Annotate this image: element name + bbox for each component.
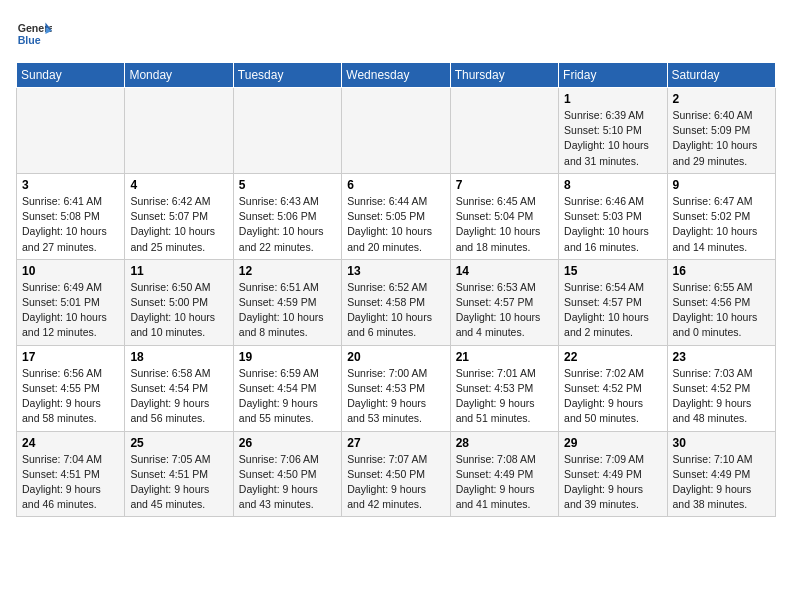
calendar-cell: 27Sunrise: 7:07 AM Sunset: 4:50 PM Dayli…: [342, 431, 450, 517]
day-info: Sunrise: 7:03 AM Sunset: 4:52 PM Dayligh…: [673, 366, 770, 427]
calendar-cell: 4Sunrise: 6:42 AM Sunset: 5:07 PM Daylig…: [125, 173, 233, 259]
calendar-cell: 15Sunrise: 6:54 AM Sunset: 4:57 PM Dayli…: [559, 259, 667, 345]
day-number: 7: [456, 178, 553, 192]
weekday-header-friday: Friday: [559, 63, 667, 88]
day-info: Sunrise: 7:02 AM Sunset: 4:52 PM Dayligh…: [564, 366, 661, 427]
day-info: Sunrise: 6:47 AM Sunset: 5:02 PM Dayligh…: [673, 194, 770, 255]
day-number: 2: [673, 92, 770, 106]
day-info: Sunrise: 6:44 AM Sunset: 5:05 PM Dayligh…: [347, 194, 444, 255]
calendar-cell: 23Sunrise: 7:03 AM Sunset: 4:52 PM Dayli…: [667, 345, 775, 431]
calendar-cell: [233, 88, 341, 174]
weekday-header-thursday: Thursday: [450, 63, 558, 88]
calendar-cell: 21Sunrise: 7:01 AM Sunset: 4:53 PM Dayli…: [450, 345, 558, 431]
day-number: 26: [239, 436, 336, 450]
calendar-cell: 5Sunrise: 6:43 AM Sunset: 5:06 PM Daylig…: [233, 173, 341, 259]
day-number: 27: [347, 436, 444, 450]
day-info: Sunrise: 7:09 AM Sunset: 4:49 PM Dayligh…: [564, 452, 661, 513]
day-number: 29: [564, 436, 661, 450]
day-number: 3: [22, 178, 119, 192]
calendar-cell: [342, 88, 450, 174]
weekday-row: SundayMondayTuesdayWednesdayThursdayFrid…: [17, 63, 776, 88]
calendar-cell: 2Sunrise: 6:40 AM Sunset: 5:09 PM Daylig…: [667, 88, 775, 174]
day-info: Sunrise: 6:53 AM Sunset: 4:57 PM Dayligh…: [456, 280, 553, 341]
calendar-cell: 3Sunrise: 6:41 AM Sunset: 5:08 PM Daylig…: [17, 173, 125, 259]
day-number: 22: [564, 350, 661, 364]
weekday-header-tuesday: Tuesday: [233, 63, 341, 88]
page-header: General Blue: [16, 16, 776, 52]
weekday-header-wednesday: Wednesday: [342, 63, 450, 88]
calendar-cell: 26Sunrise: 7:06 AM Sunset: 4:50 PM Dayli…: [233, 431, 341, 517]
calendar-cell: [125, 88, 233, 174]
day-number: 13: [347, 264, 444, 278]
calendar-body: 1Sunrise: 6:39 AM Sunset: 5:10 PM Daylig…: [17, 88, 776, 517]
day-number: 11: [130, 264, 227, 278]
day-number: 16: [673, 264, 770, 278]
calendar-cell: 22Sunrise: 7:02 AM Sunset: 4:52 PM Dayli…: [559, 345, 667, 431]
day-info: Sunrise: 6:55 AM Sunset: 4:56 PM Dayligh…: [673, 280, 770, 341]
calendar-cell: 29Sunrise: 7:09 AM Sunset: 4:49 PM Dayli…: [559, 431, 667, 517]
day-number: 18: [130, 350, 227, 364]
day-info: Sunrise: 6:39 AM Sunset: 5:10 PM Dayligh…: [564, 108, 661, 169]
svg-text:Blue: Blue: [18, 34, 41, 46]
calendar-cell: 28Sunrise: 7:08 AM Sunset: 4:49 PM Dayli…: [450, 431, 558, 517]
day-info: Sunrise: 6:41 AM Sunset: 5:08 PM Dayligh…: [22, 194, 119, 255]
calendar-cell: 6Sunrise: 6:44 AM Sunset: 5:05 PM Daylig…: [342, 173, 450, 259]
day-info: Sunrise: 7:07 AM Sunset: 4:50 PM Dayligh…: [347, 452, 444, 513]
day-number: 21: [456, 350, 553, 364]
calendar-cell: [450, 88, 558, 174]
calendar-cell: 16Sunrise: 6:55 AM Sunset: 4:56 PM Dayli…: [667, 259, 775, 345]
day-number: 14: [456, 264, 553, 278]
calendar-cell: 17Sunrise: 6:56 AM Sunset: 4:55 PM Dayli…: [17, 345, 125, 431]
calendar-week-3: 10Sunrise: 6:49 AM Sunset: 5:01 PM Dayli…: [17, 259, 776, 345]
page-container: General Blue SundayMondayTuesdayWednesda…: [0, 0, 792, 527]
day-info: Sunrise: 6:43 AM Sunset: 5:06 PM Dayligh…: [239, 194, 336, 255]
day-number: 8: [564, 178, 661, 192]
calendar-week-2: 3Sunrise: 6:41 AM Sunset: 5:08 PM Daylig…: [17, 173, 776, 259]
day-info: Sunrise: 6:46 AM Sunset: 5:03 PM Dayligh…: [564, 194, 661, 255]
day-info: Sunrise: 7:05 AM Sunset: 4:51 PM Dayligh…: [130, 452, 227, 513]
day-info: Sunrise: 7:08 AM Sunset: 4:49 PM Dayligh…: [456, 452, 553, 513]
day-number: 20: [347, 350, 444, 364]
calendar-cell: [17, 88, 125, 174]
day-number: 24: [22, 436, 119, 450]
day-info: Sunrise: 7:04 AM Sunset: 4:51 PM Dayligh…: [22, 452, 119, 513]
calendar-cell: 10Sunrise: 6:49 AM Sunset: 5:01 PM Dayli…: [17, 259, 125, 345]
day-number: 10: [22, 264, 119, 278]
calendar-cell: 7Sunrise: 6:45 AM Sunset: 5:04 PM Daylig…: [450, 173, 558, 259]
day-info: Sunrise: 6:58 AM Sunset: 4:54 PM Dayligh…: [130, 366, 227, 427]
day-number: 17: [22, 350, 119, 364]
calendar-cell: 11Sunrise: 6:50 AM Sunset: 5:00 PM Dayli…: [125, 259, 233, 345]
calendar-cell: 14Sunrise: 6:53 AM Sunset: 4:57 PM Dayli…: [450, 259, 558, 345]
day-number: 19: [239, 350, 336, 364]
weekday-header-sunday: Sunday: [17, 63, 125, 88]
day-number: 6: [347, 178, 444, 192]
logo: General Blue: [16, 16, 52, 52]
day-info: Sunrise: 6:42 AM Sunset: 5:07 PM Dayligh…: [130, 194, 227, 255]
day-number: 5: [239, 178, 336, 192]
day-info: Sunrise: 6:45 AM Sunset: 5:04 PM Dayligh…: [456, 194, 553, 255]
day-info: Sunrise: 7:00 AM Sunset: 4:53 PM Dayligh…: [347, 366, 444, 427]
day-info: Sunrise: 7:10 AM Sunset: 4:49 PM Dayligh…: [673, 452, 770, 513]
weekday-header-saturday: Saturday: [667, 63, 775, 88]
weekday-header-monday: Monday: [125, 63, 233, 88]
calendar-cell: 8Sunrise: 6:46 AM Sunset: 5:03 PM Daylig…: [559, 173, 667, 259]
calendar-week-5: 24Sunrise: 7:04 AM Sunset: 4:51 PM Dayli…: [17, 431, 776, 517]
day-number: 1: [564, 92, 661, 106]
calendar-cell: 18Sunrise: 6:58 AM Sunset: 4:54 PM Dayli…: [125, 345, 233, 431]
calendar-header: SundayMondayTuesdayWednesdayThursdayFrid…: [17, 63, 776, 88]
day-info: Sunrise: 6:51 AM Sunset: 4:59 PM Dayligh…: [239, 280, 336, 341]
calendar-cell: 12Sunrise: 6:51 AM Sunset: 4:59 PM Dayli…: [233, 259, 341, 345]
day-info: Sunrise: 6:56 AM Sunset: 4:55 PM Dayligh…: [22, 366, 119, 427]
day-info: Sunrise: 6:54 AM Sunset: 4:57 PM Dayligh…: [564, 280, 661, 341]
day-number: 30: [673, 436, 770, 450]
day-info: Sunrise: 6:50 AM Sunset: 5:00 PM Dayligh…: [130, 280, 227, 341]
day-info: Sunrise: 6:49 AM Sunset: 5:01 PM Dayligh…: [22, 280, 119, 341]
calendar-cell: 9Sunrise: 6:47 AM Sunset: 5:02 PM Daylig…: [667, 173, 775, 259]
day-number: 4: [130, 178, 227, 192]
calendar-cell: 19Sunrise: 6:59 AM Sunset: 4:54 PM Dayli…: [233, 345, 341, 431]
day-number: 9: [673, 178, 770, 192]
day-number: 25: [130, 436, 227, 450]
calendar-cell: 1Sunrise: 6:39 AM Sunset: 5:10 PM Daylig…: [559, 88, 667, 174]
calendar-cell: 13Sunrise: 6:52 AM Sunset: 4:58 PM Dayli…: [342, 259, 450, 345]
calendar-table: SundayMondayTuesdayWednesdayThursdayFrid…: [16, 62, 776, 517]
